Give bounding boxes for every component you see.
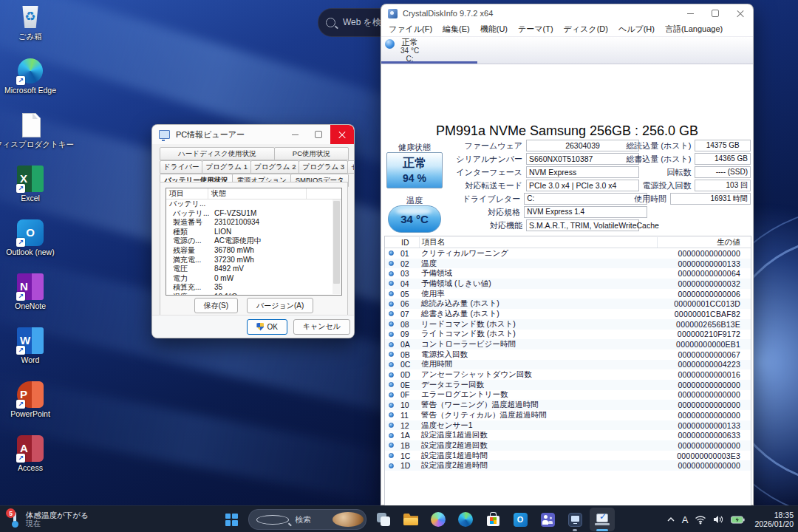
maximize-button[interactable] (307, 125, 330, 144)
maximize-button[interactable] (703, 4, 728, 22)
list-item[interactable]: 温度 16.1°C (166, 293, 341, 296)
list-item[interactable]: 製造番号 23102100934 (166, 218, 341, 228)
desktop-icon[interactable]: Microsoft Edge (1, 58, 59, 105)
list-item[interactable]: バッテリ... CF-VZSU1M (166, 209, 341, 219)
menu-item[interactable]: ディスク(D) (559, 24, 613, 35)
tab[interactable]: プログラム 3 (299, 160, 348, 174)
wifi-icon[interactable] (695, 515, 706, 525)
desktop-icon[interactable]: ごみ箱 (1, 4, 59, 51)
microsoft-store-button[interactable] (480, 508, 505, 531)
smart-row[interactable]: 10 警告（ワーニング）温度超過時間 00000000000000 (385, 400, 751, 410)
smart-row[interactable]: 0C 使用時間 00000000004223 (385, 360, 751, 370)
volume-icon[interactable] (713, 515, 724, 524)
start-button[interactable] (219, 508, 244, 531)
edge-button[interactable] (453, 508, 478, 531)
file-explorer-button[interactable] (398, 508, 423, 531)
desktop-icon[interactable]: PowerPoint (1, 381, 59, 429)
taskbar-search-box[interactable]: 検索 (248, 509, 366, 530)
scrollbar-thumb[interactable] (333, 201, 340, 284)
weather-headline: 体感温度が下がる (26, 511, 89, 519)
smart-row[interactable]: 1B 設定温度2超過回数 00000000000000 (385, 440, 751, 451)
column-id[interactable]: ID (401, 238, 419, 247)
list-item[interactable]: 満充電... 37230 mWh (166, 256, 341, 265)
smart-row[interactable]: 01 クリティカルワーニング 00000000000000 (385, 248, 751, 259)
list-item[interactable]: 残容量 36780 mWh (166, 246, 341, 256)
close-button[interactable] (330, 125, 354, 144)
tab[interactable]: プログラム 2 (250, 160, 300, 174)
pc-info-viewer-taskbar-button[interactable] (562, 508, 587, 531)
version-button[interactable]: バージョン(A) (247, 298, 313, 313)
smart-row[interactable]: 12 温度センサー1 00000000000133 (385, 420, 751, 431)
column-item[interactable]: 項目 (166, 188, 208, 199)
list-item[interactable]: 種類 LION (166, 228, 341, 237)
smart-row[interactable]: 0D アンセーフシャットダウン回数 00000000000016 (385, 369, 751, 380)
tab[interactable]: プログラム 1 (202, 160, 251, 174)
smart-row[interactable]: 05 使用率 00000000000006 (385, 289, 751, 299)
smart-row[interactable]: 0A コントローラービジー時間 00000000000EB1 (385, 339, 751, 349)
menu-item[interactable]: 機能(U) (475, 24, 513, 35)
smart-row[interactable]: 0E データエラー回数 00000000000000 (385, 380, 751, 390)
field-label: 回転数 (625, 167, 695, 178)
ok-button[interactable]: OK (247, 319, 287, 335)
smart-row[interactable]: 06 総読み込み量 (ホスト) 00000001CC013D (385, 299, 751, 309)
crystaldiskinfo-taskbar-button[interactable] (590, 508, 615, 531)
smart-row[interactable]: 11 警告（クリティカル）温度超過時間 00000000000000 (385, 410, 751, 420)
drive-tab[interactable]: 正常 34 °C C: (381, 37, 470, 64)
smart-raw-value: 00000000004223 (658, 360, 751, 369)
task-view-button[interactable] (371, 508, 396, 531)
smart-row[interactable]: 04 予備領域 (しきい値) 00000000000032 (385, 279, 751, 289)
widgets-button[interactable]: 5 体感温度が下がる 現在 (4, 506, 93, 532)
smart-row[interactable]: 08 リードコマンド数 (ホスト) 0000002656B13E (385, 319, 751, 330)
menu-item[interactable]: 言語(Language) (660, 24, 728, 35)
column-state[interactable]: 状態 (208, 188, 307, 199)
smart-row[interactable]: 0F エラーログエントリー数 00000000000000 (385, 390, 751, 400)
menu-item[interactable]: ヘルプ(H) (613, 24, 660, 35)
list-item[interactable]: 電圧 8492 mV (166, 265, 341, 274)
copilot-button[interactable] (426, 508, 451, 531)
tab[interactable]: ハードディスク使用状況 (160, 147, 275, 160)
cancel-button[interactable]: キャンセル (293, 319, 350, 335)
battery-status-list[interactable]: 項目 状態 バッテリ... バッテリ... CF-VZSU1M (166, 188, 342, 296)
window-titlebar[interactable]: CrystalDiskInfo 9.7.2 x64 (381, 4, 753, 22)
column-name[interactable]: 項目名 (419, 237, 657, 248)
menu-item[interactable]: テーマ(T) (513, 24, 559, 35)
column-raw-value[interactable]: 生の値 (657, 237, 751, 248)
clock[interactable]: 18:35 2026/01/20 (754, 511, 794, 528)
smart-row[interactable]: 07 総書き込み量 (ホスト) 00000001CBAF82 (385, 309, 751, 319)
smart-table-header[interactable]: ID 項目名 生の値 (385, 236, 751, 248)
minimize-button[interactable] (678, 4, 703, 22)
tab[interactable]: ドライバー (160, 160, 202, 174)
list-item[interactable]: 電力 0 mW (166, 274, 341, 284)
menu-item[interactable]: 編集(E) (437, 24, 475, 35)
teams-button[interactable] (535, 508, 560, 531)
smart-row[interactable]: 0B 電源投入回数 00000000000067 (385, 349, 751, 360)
desktop-icon[interactable]: オフィスプロダクトキー (1, 112, 59, 159)
desktop-icon[interactable]: Word (1, 327, 59, 375)
list-item[interactable]: 電源の... AC電源使用中 (166, 236, 341, 246)
smart-row[interactable]: 02 温度 00000000000133 (385, 259, 751, 269)
smart-row[interactable]: 1D 設定温度2超過時間 00000000000000 (385, 460, 751, 471)
outlook-button[interactable] (508, 508, 533, 531)
dialog-titlebar[interactable]: PC情報ビューアー (152, 125, 354, 144)
ime-indicator[interactable]: A (682, 514, 689, 525)
list-header[interactable]: 項目 状態 (166, 188, 341, 200)
smart-row[interactable]: 09 ライトコマンド数 (ホスト) 000000210F9172 (385, 330, 751, 340)
menu-item[interactable]: ファイル(F) (383, 24, 437, 35)
minimize-button[interactable] (283, 125, 307, 144)
list-item[interactable]: 積算充... 35 (166, 283, 341, 293)
desktop-icon[interactable]: Excel (1, 166, 59, 213)
tab[interactable]: PC使用状況 (274, 147, 349, 160)
desktop-icon[interactable]: Outlook (new) (1, 219, 59, 267)
list-item[interactable]: バッテリ... (166, 200, 341, 209)
desktop-icon[interactable]: Access (1, 435, 59, 482)
battery-icon[interactable] (731, 516, 745, 524)
scrollbar[interactable] (332, 200, 341, 294)
close-button[interactable] (728, 4, 753, 22)
smart-row[interactable]: 1A 設定温度1超過回数 00000000000633 (385, 430, 751, 440)
tray-overflow-button[interactable] (666, 516, 675, 522)
smart-row[interactable]: 03 予備領域 00000000000064 (385, 268, 751, 279)
desktop-icon[interactable]: OneNote (1, 273, 59, 321)
save-button[interactable]: 保存(S) (194, 298, 238, 313)
smart-row[interactable]: 1C 設定温度1超過時間 000000000003E3 (385, 451, 751, 461)
tab[interactable]: セットアップ (347, 160, 355, 174)
